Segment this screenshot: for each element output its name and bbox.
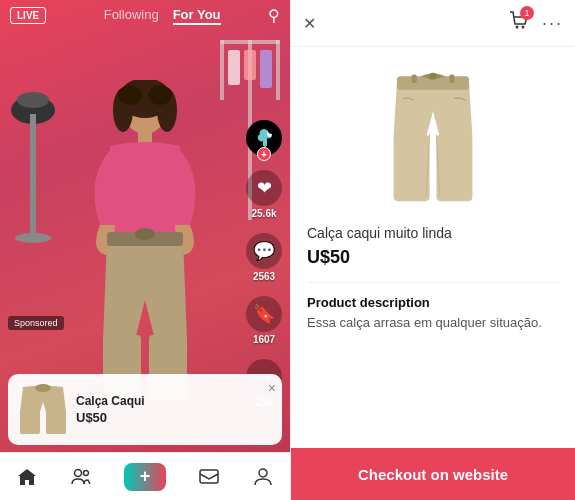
nav-home[interactable] [16, 466, 38, 488]
creator-avatar: + [246, 120, 282, 156]
person-figure [55, 80, 235, 410]
product-thumbnail [18, 382, 68, 437]
svg-rect-34 [412, 74, 417, 83]
left-panel: LIVE Following For You ⚲ + ❤ 25.6k 💬 256… [0, 0, 290, 500]
more-icon[interactable]: ··· [542, 13, 563, 34]
right-panel: ✕ 1 ··· [290, 0, 575, 500]
bookmark-action[interactable]: 🔖 1607 [246, 296, 282, 345]
svg-point-4 [118, 85, 142, 105]
svg-rect-13 [30, 114, 36, 234]
top-bar: LIVE Following For You ⚲ [0, 0, 290, 31]
product-card-close[interactable]: × [268, 380, 276, 396]
product-card-price: U$50 [76, 410, 272, 425]
heart-icon: ❤ [246, 170, 282, 206]
cart-icon[interactable]: 1 [508, 10, 530, 36]
product-image-large [373, 57, 493, 217]
svg-rect-21 [260, 50, 272, 88]
divider [307, 282, 559, 283]
sponsored-badge: Sponsored [8, 316, 64, 330]
right-header-icons: 1 ··· [508, 10, 563, 36]
bottom-nav: + [0, 452, 290, 500]
right-panel-header: ✕ 1 ··· [291, 0, 575, 47]
svg-point-28 [259, 469, 267, 477]
svg-rect-17 [220, 40, 224, 100]
follow-plus-badge: + [257, 147, 271, 161]
comment-action[interactable]: 💬 2563 [246, 233, 282, 282]
comment-count: 2563 [253, 271, 275, 282]
product-card-name: Calça Caqui [76, 394, 272, 408]
bookmark-count: 1607 [253, 334, 275, 345]
like-count: 25.6k [251, 208, 276, 219]
svg-point-14 [15, 233, 51, 243]
create-button[interactable]: + [124, 463, 166, 491]
svg-point-12 [17, 92, 49, 108]
svg-point-30 [521, 26, 524, 29]
product-title: Calça caqui muito linda [307, 225, 559, 241]
search-icon[interactable]: ⚲ [268, 6, 280, 25]
svg-point-24 [35, 384, 51, 392]
checkout-label: Checkout on website [358, 466, 508, 483]
svg-rect-32 [436, 134, 472, 201]
svg-point-10 [135, 228, 155, 240]
nav-profile[interactable] [252, 466, 274, 488]
svg-point-29 [515, 26, 518, 29]
svg-rect-23 [46, 410, 66, 434]
live-badge: LIVE [10, 7, 46, 24]
svg-point-25 [75, 469, 82, 476]
description-text: Essa calça arrasa em qualquer situação. [307, 314, 559, 332]
lamp-decoration [8, 60, 58, 260]
svg-rect-35 [449, 74, 454, 83]
comment-icon: 💬 [246, 233, 282, 269]
svg-point-26 [84, 470, 89, 475]
svg-rect-31 [394, 134, 430, 201]
nav-friends[interactable] [70, 466, 92, 488]
svg-rect-18 [276, 40, 280, 100]
close-icon[interactable]: ✕ [303, 14, 316, 33]
avatar-follow[interactable]: + [246, 120, 282, 156]
checkout-button[interactable]: Checkout on website [291, 448, 575, 500]
product-price: U$50 [307, 247, 559, 268]
like-action[interactable]: ❤ 25.6k [246, 170, 282, 219]
tab-for-you[interactable]: For You [173, 7, 221, 25]
svg-rect-19 [228, 50, 240, 85]
cart-count-badge: 1 [520, 6, 534, 20]
product-card-info: Calça Caqui U$50 [76, 394, 272, 425]
svg-point-5 [148, 85, 172, 105]
svg-rect-20 [244, 50, 256, 80]
bookmark-icon: 🔖 [246, 296, 282, 332]
product-detail: Calça caqui muito linda U$50 Product des… [291, 225, 575, 448]
product-card: × Calça Caqui U$50 [8, 374, 282, 445]
svg-rect-27 [200, 470, 218, 483]
nav-inbox[interactable] [198, 466, 220, 488]
svg-point-36 [429, 73, 438, 80]
svg-rect-22 [20, 410, 40, 434]
description-label: Product description [307, 295, 559, 310]
svg-rect-16 [220, 40, 280, 44]
action-buttons: + ❤ 25.6k 💬 2563 🔖 1607 → 256 [246, 120, 282, 408]
tab-following[interactable]: Following [104, 7, 159, 25]
nav-create[interactable]: + [124, 463, 166, 491]
nav-tabs: Following For You [56, 7, 268, 25]
